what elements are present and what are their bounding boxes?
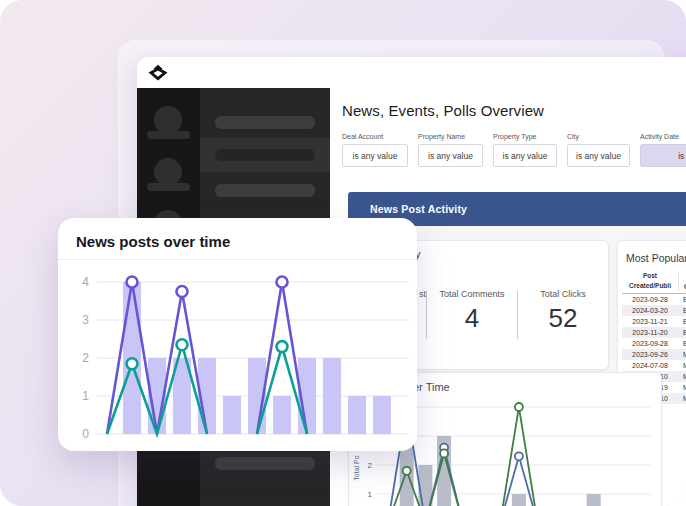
- menu-item-placeholder: [215, 184, 315, 197]
- svg-text:3: 3: [82, 313, 89, 327]
- cell-post-created: 2024-07-08: [622, 362, 678, 369]
- svg-text:4: 4: [82, 275, 89, 289]
- cell-created-by: Big: [678, 340, 686, 347]
- cell-created-by: Big: [678, 307, 686, 314]
- table-header-row: Post Created/Publi Cr: [622, 271, 686, 294]
- logo-icon: [148, 63, 168, 83]
- menu-item-selected-placeholder: [200, 138, 330, 172]
- filter-value-dropdown[interactable]: is in the l: [640, 144, 686, 167]
- svg-text:1: 1: [82, 389, 89, 403]
- filter-activity-date: Activity Dateis in the l: [640, 133, 686, 167]
- filter-label: Deal Account: [342, 133, 408, 140]
- cell-post-created: 2023-09-26: [622, 351, 678, 358]
- cell-post-created: 2023-11-20: [622, 329, 678, 336]
- overlay-card-title: News posts over time: [76, 233, 230, 250]
- filter-label: City: [567, 133, 630, 140]
- stat-value: 52: [518, 303, 608, 334]
- most-popular-title: Most Popular: [626, 252, 686, 264]
- table-row: 2024-07-08Ma: [622, 360, 686, 371]
- overlay-chart-svg: 01234: [61, 266, 414, 446]
- stat-total-clicks: Total Clicks52: [518, 289, 608, 345]
- filter-value-dropdown[interactable]: is any value: [342, 144, 408, 167]
- cell-created-by: Ma: [678, 362, 686, 369]
- stat-label: Total Clicks: [518, 289, 608, 299]
- filter-value-dropdown[interactable]: is any value: [567, 144, 630, 167]
- column-header-created-by[interactable]: Cr: [678, 271, 686, 291]
- table-row: 2023-09-28Big: [622, 294, 686, 305]
- stat-total-comments: Total Comments4: [427, 289, 517, 345]
- cell-post-created: 2023-11-21: [622, 318, 678, 325]
- cell-created-by: Big: [678, 296, 686, 303]
- table-row: 2023-11-21Big: [622, 316, 686, 327]
- table-row: 2023-11-20Big: [622, 327, 686, 338]
- marketing-screenshot-stage: News, Events, Polls Overview Deal Accoun…: [0, 0, 686, 506]
- avatar-placeholder: [154, 106, 182, 134]
- stat-label: Total Comments: [427, 289, 517, 299]
- table-row: 2023-09-26MF: [622, 349, 686, 360]
- section-banner-label: News Post Activity: [370, 203, 467, 215]
- filter-property-name: Property Nameis any value: [418, 133, 483, 167]
- cell-created-by: MF: [678, 351, 686, 358]
- filter-property-type: Property Typeis any value: [493, 133, 557, 167]
- filter-label: Property Name: [418, 133, 483, 140]
- avatar-placeholder: [154, 158, 182, 186]
- svg-text:2: 2: [368, 461, 373, 470]
- svg-text:0: 0: [82, 427, 89, 441]
- avatar-label-placeholder: [147, 183, 190, 191]
- cell-post-created: 2023-09-28: [622, 340, 678, 347]
- cell-post-created: 2023-09-28: [622, 296, 678, 303]
- cell-created-by: Big: [678, 318, 686, 325]
- window-topbar: [137, 57, 686, 89]
- menu-item-label-placeholder: [215, 149, 315, 161]
- filter-row: Deal Accountis any valueProperty Nameis …: [342, 133, 686, 167]
- svg-text:1: 1: [368, 490, 373, 499]
- avatar-label-placeholder: [147, 131, 190, 139]
- filter-value-dropdown[interactable]: is any value: [418, 144, 483, 167]
- column-header-post-created[interactable]: Post Created/Publi: [622, 271, 678, 291]
- svg-text:Total Po: Total Po: [353, 455, 360, 480]
- filter-label: Activity Date: [640, 133, 686, 140]
- filter-deal-account: Deal Accountis any value: [342, 133, 408, 167]
- page-title: News, Events, Polls Overview: [342, 102, 544, 119]
- cell-created-by: Ma: [678, 395, 686, 402]
- cell-created-by: Ma: [678, 373, 686, 380]
- overlay-card-divider: [58, 259, 417, 260]
- cell-created-by: Big: [678, 329, 686, 336]
- table-row: 2024-03-20Big: [622, 305, 686, 316]
- menu-item-placeholder: [215, 116, 315, 129]
- table-row: 2023-09-28Big: [622, 338, 686, 349]
- filter-city: Cityis any value: [567, 133, 630, 167]
- news-posts-overlay-card: News posts over time 01234: [58, 218, 417, 451]
- posts-over-time-title-fragment: er Time: [413, 381, 450, 393]
- svg-text:2: 2: [82, 351, 89, 365]
- menu-item-placeholder: [215, 457, 315, 470]
- filter-value-dropdown[interactable]: is any value: [493, 144, 557, 167]
- cell-post-created: 2024-03-20: [622, 307, 678, 314]
- cell-created-by: MF: [678, 384, 686, 391]
- stat-value: 4: [427, 303, 517, 334]
- filter-label: Property Type: [493, 133, 557, 140]
